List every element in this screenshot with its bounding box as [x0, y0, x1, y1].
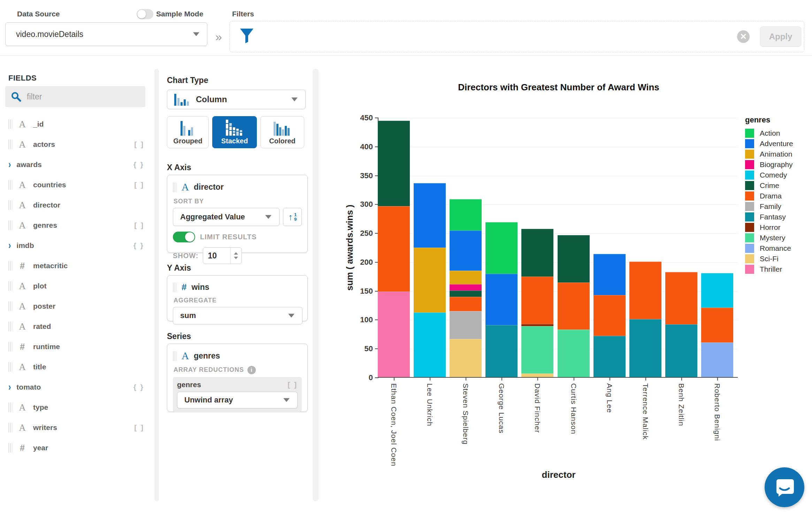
segment-mystery[interactable] — [558, 330, 590, 377]
bar-ethan-coen-joel-coen[interactable] — [378, 121, 410, 377]
field-item-actors[interactable]: Aactors[ ] — [0, 134, 153, 155]
field-item-tomato[interactable]: ›tomato{ } — [0, 377, 153, 397]
sidebar-scrollbar[interactable] — [154, 69, 159, 501]
segment-drama[interactable] — [701, 308, 733, 342]
chat-launcher-button[interactable] — [765, 467, 804, 507]
drag-handle-icon[interactable] — [8, 301, 12, 311]
field-item-plot[interactable]: Aplot — [0, 276, 153, 296]
drag-handle-icon[interactable] — [173, 182, 177, 192]
segment-animation[interactable] — [450, 271, 482, 284]
bar-benh-zeitlin[interactable] — [665, 272, 697, 377]
drag-handle-icon[interactable] — [8, 322, 12, 331]
segment-drama[interactable] — [558, 283, 590, 330]
bar-ang-lee[interactable] — [593, 254, 626, 377]
chevron-right-icon[interactable]: › — [8, 240, 11, 251]
bar-steven-spielberg[interactable] — [450, 199, 482, 377]
stepper-arrows[interactable] — [230, 248, 242, 264]
chevron-right-icon[interactable]: › — [8, 159, 11, 171]
segment-horror[interactable] — [521, 324, 553, 326]
field-item-writers[interactable]: Awriters[ ] — [0, 417, 153, 438]
fields-filter-box[interactable] — [5, 86, 145, 107]
segment-drama[interactable] — [629, 262, 661, 319]
field-item-metacritic[interactable]: #metacritic — [0, 256, 153, 276]
segment-adventure[interactable] — [450, 231, 482, 271]
drag-handle-icon[interactable] — [8, 362, 12, 372]
mode-stacked-button[interactable]: Stacked — [212, 116, 257, 148]
field-item-genres[interactable]: Agenres[ ] — [0, 215, 153, 235]
drag-handle-icon[interactable] — [8, 261, 12, 271]
sort-direction-button[interactable]: ↑ 19 — [283, 208, 302, 226]
segment-sci-fi[interactable] — [521, 374, 553, 377]
info-icon[interactable]: i — [247, 366, 256, 374]
series-field[interactable]: A genres — [173, 350, 302, 362]
drag-handle-icon[interactable] — [8, 443, 12, 453]
segment-action[interactable] — [485, 222, 518, 273]
segment-drama[interactable] — [521, 277, 553, 324]
field-item-poster[interactable]: Aposter — [0, 296, 153, 316]
segment-biography[interactable] — [450, 284, 482, 291]
bar-terrence-malick[interactable] — [629, 262, 661, 377]
segment-crime[interactable] — [378, 121, 410, 206]
clear-filters-icon[interactable]: ✕ — [737, 30, 750, 43]
drag-handle-icon[interactable] — [8, 220, 12, 230]
segment-sci-fi[interactable] — [450, 339, 482, 377]
field-item-title[interactable]: Atitle — [0, 357, 153, 377]
drag-handle-icon[interactable] — [8, 200, 12, 210]
drag-handle-icon[interactable] — [173, 283, 177, 292]
bar-lee-unkrich[interactable] — [414, 183, 446, 377]
segment-comedy[interactable] — [414, 313, 446, 377]
segment-crime[interactable] — [521, 229, 553, 277]
segment-mystery[interactable] — [521, 326, 553, 374]
field-item-director[interactable]: Adirector — [0, 195, 153, 215]
segment-thriller[interactable] — [378, 292, 410, 377]
sample-mode-toggle[interactable] — [137, 9, 153, 19]
drag-handle-icon[interactable] — [8, 119, 12, 129]
segment-adventure[interactable] — [593, 254, 626, 295]
sort-by-select[interactable]: Aggregated Value — [173, 208, 279, 226]
drag-handle-icon[interactable] — [8, 180, 12, 190]
x-axis-field[interactable]: A director — [173, 181, 302, 193]
field-item-runtime[interactable]: #runtime — [0, 337, 153, 357]
chevron-right-icon[interactable]: › — [8, 381, 11, 393]
bar-george-lucas[interactable] — [485, 222, 518, 377]
fields-filter-input[interactable] — [27, 92, 131, 101]
bar-david-fincher[interactable] — [521, 229, 553, 377]
drag-handle-icon[interactable] — [173, 351, 177, 361]
segment-comedy[interactable] — [701, 273, 733, 308]
segment-drama[interactable] — [665, 272, 697, 325]
show-count-stepper[interactable] — [203, 247, 242, 264]
field-item-rated[interactable]: Arated — [0, 316, 153, 337]
segment-drama[interactable] — [378, 206, 410, 292]
segment-romance[interactable] — [701, 342, 733, 377]
panel-scrollbar[interactable] — [313, 69, 319, 501]
drag-handle-icon[interactable] — [8, 281, 12, 291]
drag-handle-icon[interactable] — [8, 140, 12, 149]
segment-adventure[interactable] — [414, 183, 446, 248]
drag-handle-icon[interactable] — [8, 402, 12, 412]
mode-colored-button[interactable]: Colored — [260, 116, 304, 148]
drag-handle-icon[interactable] — [8, 342, 12, 352]
bar-roberto-benigni[interactable] — [701, 273, 733, 377]
drag-handle-icon[interactable] — [8, 423, 12, 432]
limit-results-toggle[interactable] — [173, 232, 195, 242]
bar-curtis-hanson[interactable] — [558, 235, 590, 377]
segment-adventure[interactable] — [485, 274, 518, 325]
segment-action[interactable] — [450, 199, 482, 230]
step-down-icon[interactable] — [234, 257, 238, 259]
segment-crime[interactable] — [558, 235, 590, 283]
segment-drama[interactable] — [450, 297, 482, 311]
field-item-imdb[interactable]: ›imdb{ } — [0, 235, 153, 256]
segment-animation[interactable] — [414, 248, 446, 312]
reduction-select[interactable]: Unwind array — [177, 392, 298, 408]
data-source-select[interactable]: video.movieDetails — [5, 22, 207, 46]
segment-fantasy[interactable] — [485, 325, 518, 377]
segment-crime[interactable] — [450, 291, 482, 297]
segment-drama[interactable] — [593, 295, 626, 336]
collapse-panel-icon[interactable]: » — [215, 30, 222, 44]
segment-family[interactable] — [450, 311, 482, 339]
y-axis-field[interactable]: # wins — [173, 282, 302, 293]
step-up-icon[interactable] — [234, 252, 238, 255]
filter-drop-zone[interactable]: ✕ Apply — [229, 21, 804, 52]
segment-fantasy[interactable] — [629, 319, 661, 377]
field-item-countries[interactable]: Acountries[ ] — [0, 175, 153, 195]
